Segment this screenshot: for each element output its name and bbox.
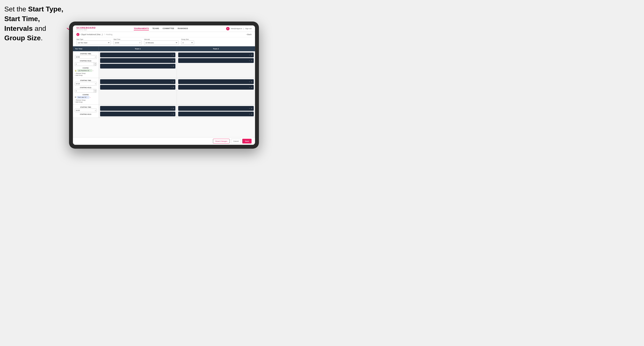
remove-group-btn-1[interactable]: ○ Remove Group (75, 73, 97, 74)
player-expand-4-1[interactable]: ⊕ (251, 81, 252, 83)
back-button[interactable]: ‹ Back (246, 33, 252, 35)
group-3-team2-panel: × ⊕ × ⊕ (177, 105, 255, 118)
player-remove-6-1[interactable]: × (249, 108, 250, 109)
group-size-select[interactable]: 3 (181, 40, 194, 45)
tab-tournaments[interactable]: TOURNAMENTS (134, 27, 149, 30)
start-type-group: Start Type 1st Tee Start (76, 38, 111, 45)
group-1-left-panel: STARTING TIME: ⏱ STARTING HOLE: ▲ ▼ COUR… (73, 51, 99, 78)
tab-teams[interactable]: TEAMS (152, 27, 159, 30)
player-expand-2-2[interactable]: ⊕ (251, 60, 252, 62)
player-expand-5-2[interactable]: ⊕ (172, 113, 174, 115)
player-expand-1-extra[interactable]: ⊕ (172, 65, 174, 67)
navigation-bar: SCOREBOARD Powered by clippd TOURNAMENTS… (73, 25, 255, 32)
save-button[interactable]: Save (242, 139, 252, 144)
spinner-down-2[interactable]: ▼ (94, 91, 97, 92)
player-remove-5-1[interactable]: × (171, 108, 172, 109)
player-remove-2-1[interactable]: × (249, 54, 250, 56)
group-3-left-panel: STARTING TIME: ⏱ STARTING HOLE: (73, 105, 99, 118)
add-group-btn-1[interactable]: + Add Group (75, 75, 97, 76)
starting-time-input-3[interactable] (75, 109, 97, 112)
add-group-label-1: + Add Group (75, 75, 83, 76)
tab-rankings[interactable]: RANKINGS (178, 27, 188, 30)
player-remove-3-2[interactable]: × (171, 86, 172, 88)
player-remove-4-2[interactable]: × (249, 86, 250, 88)
course-tag-2: East Lake GC × (77, 96, 89, 98)
group-2-left-panel: STARTING TIME: ⏱ STARTING HOLE: ▲ ▼ COUR… (73, 78, 99, 105)
player-row-4-2: × ⊕ (178, 85, 254, 90)
player-expand-6-1[interactable]: ⊕ (251, 108, 252, 109)
player-remove-1-1[interactable]: × (171, 54, 172, 56)
player-expand-2-1[interactable]: ⊕ (251, 54, 252, 56)
player-remove-6-2[interactable]: × (249, 113, 250, 115)
user-email: blair@clippd.io (231, 27, 242, 29)
starting-time-wrap-2: ⏱ (75, 82, 97, 86)
cancel-button[interactable]: Cancel (231, 139, 241, 144)
course-tag-remove-2[interactable]: × (87, 97, 88, 98)
intervals-select[interactable]: 10 Minutes (144, 40, 179, 45)
tablet-screen: SCOREBOARD Powered by clippd TOURNAMENTS… (73, 25, 255, 145)
group-row-1: STARTING TIME: ⏱ STARTING HOLE: ▲ ▼ COUR… (73, 51, 255, 78)
start-time-label: Start Time (114, 38, 142, 40)
player-expand-3-1[interactable]: ⊕ (172, 81, 174, 83)
group-1-team2-panel: × ⊕ × ⊕ (177, 51, 255, 78)
starting-hole-label-3: STARTING HOLE: (75, 114, 97, 115)
starting-hole-wrap-1: ▲ ▼ (75, 62, 97, 66)
group-size-label: Group Size (181, 38, 194, 40)
player-remove-3-1[interactable]: × (171, 81, 172, 83)
starting-time-wrap-1: ⏱ (75, 55, 97, 59)
spinner-down-1[interactable]: ▼ (94, 64, 97, 66)
clock-icon: ⏱ (139, 42, 141, 44)
remove-group-btn-2[interactable]: ○ Remove Group (75, 99, 97, 101)
spinner-up-1[interactable]: ▲ (94, 62, 97, 64)
spinner-buttons-2: ▲ ▼ (94, 89, 97, 92)
tab-committee[interactable]: COMMITTEE (162, 27, 174, 30)
player-row-2-2: × ⊕ (178, 58, 254, 63)
group-actions-2: ○ Remove Group + Add Group (75, 99, 97, 103)
reset-changes-button[interactable]: Reset Changes (213, 139, 230, 144)
player-remove-4-1[interactable]: × (249, 81, 250, 83)
time-icon-2: ⏱ (95, 83, 96, 84)
tournament-icon: C (76, 33, 80, 36)
start-time-input[interactable] (114, 40, 142, 45)
course-label-2: COURSE: (75, 94, 97, 95)
starting-time-wrap-3: ⏱ (75, 109, 97, 112)
player-remove-5-2[interactable]: × (171, 113, 172, 115)
starting-time-input-2[interactable] (75, 82, 97, 86)
player-row-2-1: × ⊕ (178, 53, 254, 57)
player-expand-1-2[interactable]: ⊕ (172, 60, 174, 62)
player-expand-4-2[interactable]: ⊕ (251, 86, 252, 88)
player-remove-2-2[interactable]: × (249, 60, 250, 62)
player-row-1-1: × ⊕ (100, 53, 176, 57)
spinner-buttons-1: ▲ ▼ (94, 62, 97, 66)
player-expand-3-2[interactable]: ⊕ (172, 86, 174, 88)
avatar: B (226, 27, 230, 30)
player-row-1-2: × ⊕ (100, 58, 176, 63)
instruction-rest3: and (33, 24, 46, 32)
start-type-select[interactable]: 1st Tee Start (76, 40, 111, 45)
intervals-label: Intervals (144, 38, 179, 40)
breadcrumb-current: Hosting (106, 33, 112, 35)
course-name-1: (A) Peachtree GC (78, 70, 90, 71)
player-remove-1-extra[interactable]: × (171, 65, 172, 67)
remove-group-label-1: Remove Group (76, 73, 86, 74)
nav-tabs: TOURNAMENTS TEAMS COMMITTEE RANKINGS (134, 27, 188, 30)
player-expand-1-1[interactable]: ⊕ (172, 54, 174, 56)
add-group-btn-2[interactable]: + Add Group (75, 101, 97, 103)
starting-time-label-2: STARTING TIME: (75, 80, 97, 81)
instruction-bold3: Intervals (4, 24, 33, 32)
start-time-wrap: ⏱ (114, 40, 142, 45)
course-tag-more-1[interactable]: + (93, 70, 94, 71)
course-tag-more-2[interactable]: + (90, 97, 91, 98)
time-icon-3: ⏱ (95, 110, 96, 111)
player-row-5-2: × ⊕ (100, 112, 176, 116)
tournament-link[interactable]: Clippd Invitational (Mar...) (81, 33, 103, 35)
spinner-up-2[interactable]: ▲ (94, 89, 97, 91)
player-expand-6-2[interactable]: ⊕ (251, 113, 252, 115)
instruction-text: Set the Start Type, Start Time, Interval… (4, 4, 69, 43)
course-tag-remove-1[interactable]: × (90, 70, 91, 71)
starting-time-input-1[interactable] (75, 55, 97, 59)
sign-out-link[interactable]: Sign out (245, 27, 252, 29)
player-remove-1-2[interactable]: × (171, 60, 172, 62)
player-expand-5-1[interactable]: ⊕ (172, 108, 174, 109)
course-map-icon-2: 🗺 (75, 97, 76, 98)
